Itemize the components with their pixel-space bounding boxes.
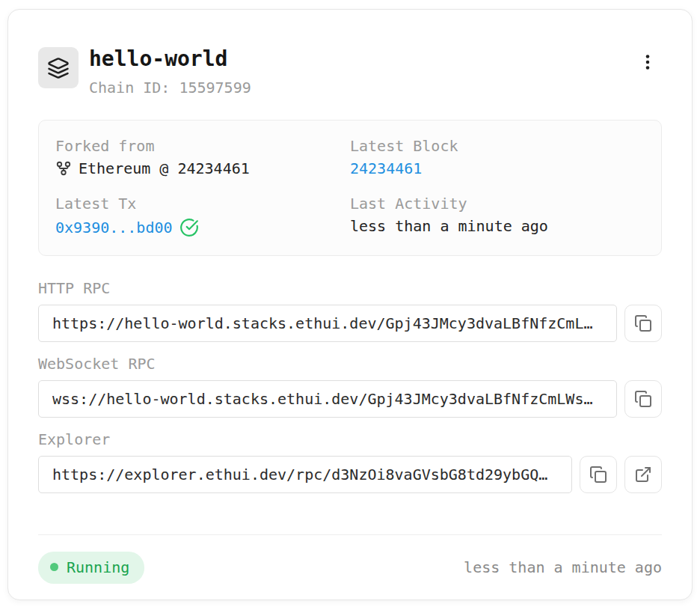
- last-activity-value: less than a minute ago: [350, 218, 548, 234]
- copy-icon: [634, 314, 652, 332]
- check-circle-icon: [179, 218, 199, 237]
- last-activity-label: Last Activity: [350, 196, 645, 211]
- page-title: hello-world: [89, 48, 251, 71]
- status-badge: Running: [38, 552, 144, 584]
- latest-tx-label: Latest Tx: [55, 196, 350, 211]
- footer-timestamp: less than a minute ago: [464, 558, 662, 576]
- copy-icon: [589, 466, 607, 484]
- latest-tx-cell: Latest Tx 0x9390...bd00: [55, 196, 350, 237]
- explorer-label: Explorer: [38, 432, 662, 447]
- stack-detail-card: hello-world Chain ID: 15597599 Forked fr…: [7, 9, 693, 600]
- header-text: hello-world Chain ID: 15597599: [89, 47, 251, 97]
- git-fork-icon: [55, 160, 72, 177]
- explorer-copy-button[interactable]: [580, 456, 617, 493]
- chain-id-subtitle: Chain ID: 15597599: [89, 79, 251, 97]
- http-rpc-copy-button[interactable]: [624, 305, 662, 342]
- explorer-section: Explorer: [38, 432, 662, 493]
- websocket-rpc-input[interactable]: [38, 380, 617, 418]
- copy-icon: [634, 390, 652, 408]
- status-dot-icon: [50, 563, 58, 571]
- card-footer: Running less than a minute ago: [38, 552, 662, 584]
- websocket-rpc-label: WebSocket RPC: [38, 356, 662, 371]
- websocket-rpc-section: WebSocket RPC: [38, 356, 662, 418]
- explorer-input[interactable]: [38, 456, 572, 493]
- explorer-open-button[interactable]: [624, 456, 662, 493]
- forked-from-label: Forked from: [55, 138, 350, 153]
- status-text: Running: [67, 558, 129, 576]
- http-rpc-section: HTTP RPC: [38, 281, 662, 342]
- latest-block-label: Latest Block: [350, 138, 645, 153]
- more-options-button[interactable]: [633, 47, 662, 77]
- card-header: hello-world Chain ID: 15597599: [38, 47, 662, 97]
- footer-divider: [38, 534, 662, 535]
- forked-from-cell: Forked from Ethereum @ 24234461: [55, 138, 350, 177]
- http-rpc-input[interactable]: [38, 305, 617, 342]
- latest-block-link[interactable]: 24234461: [350, 160, 422, 177]
- latest-tx-link[interactable]: 0x9390...bd00: [55, 219, 173, 236]
- last-activity-cell: Last Activity less than a minute ago: [350, 196, 645, 237]
- external-link-icon: [634, 466, 652, 484]
- forked-from-value: Ethereum @ 24234461: [79, 160, 250, 177]
- http-rpc-label: HTTP RPC: [38, 281, 662, 296]
- websocket-rpc-copy-button[interactable]: [624, 380, 662, 418]
- kebab-menu-icon: [638, 52, 657, 72]
- latest-block-cell: Latest Block 24234461: [350, 138, 645, 177]
- layers-icon: [38, 47, 79, 88]
- summary-panel: Forked from Ethereum @ 24234461 Latest B…: [38, 120, 662, 256]
